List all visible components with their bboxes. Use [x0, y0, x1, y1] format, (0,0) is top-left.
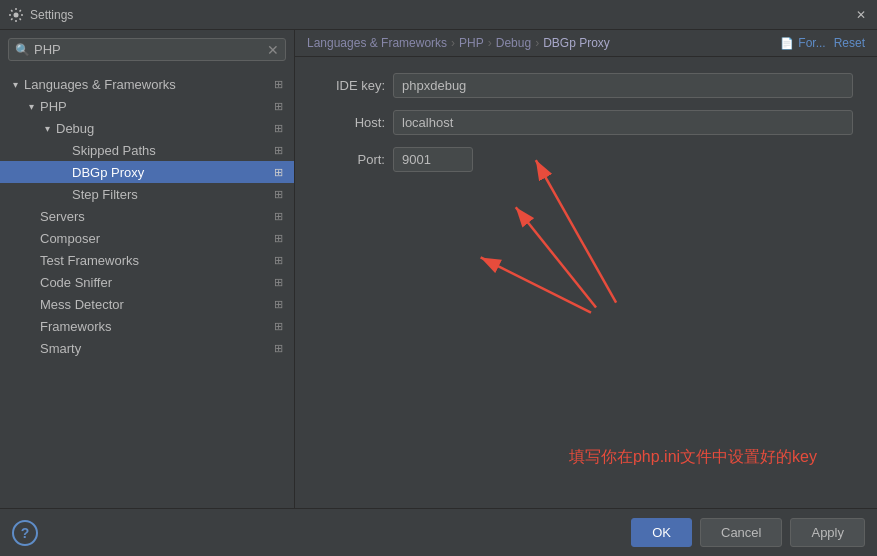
breadcrumb-for[interactable]: For...: [798, 36, 825, 50]
breadcrumb-part-1: Languages & Frameworks: [307, 36, 447, 50]
tree-label: PHP: [40, 99, 270, 114]
ide-key-input[interactable]: [393, 73, 853, 98]
bottom-bar: ? OK Cancel Apply: [0, 508, 877, 556]
tree-arrow: [24, 99, 38, 113]
right-panel: Languages & Frameworks › PHP › Debug › D…: [295, 30, 877, 508]
tree-item-code-sniffer[interactable]: Code Sniffer ⊞: [0, 271, 294, 293]
tree-item-composer[interactable]: Composer ⊞: [0, 227, 294, 249]
port-label: Port:: [315, 152, 385, 167]
svg-line-1: [536, 160, 616, 302]
tree-arrow: [8, 77, 22, 91]
tree-item-test-frameworks[interactable]: Test Frameworks ⊞: [0, 249, 294, 271]
tree-label: Debug: [56, 121, 270, 136]
breadcrumb: Languages & Frameworks › PHP › Debug › D…: [295, 30, 877, 57]
ide-key-label: IDE key:: [315, 78, 385, 93]
annotation: 填写你在php.ini文件中设置好的key: [569, 447, 817, 468]
sidebar: 🔍 ✕ Languages & Frameworks ⊞ PHP ⊞ Debug: [0, 30, 295, 508]
tree-label: Skipped Paths: [72, 143, 270, 158]
tree-label: Composer: [40, 231, 270, 246]
breadcrumb-sep-2: ›: [488, 36, 492, 50]
annotation-text: 填写你在php.ini文件中设置好的key: [569, 447, 817, 468]
host-label: Host:: [315, 115, 385, 130]
svg-line-3: [481, 257, 591, 312]
tree-settings-icon: ⊞: [270, 296, 286, 312]
settings-icon: [8, 7, 24, 23]
tree-item-skipped-paths[interactable]: Skipped Paths ⊞: [0, 139, 294, 161]
tree-settings-icon: ⊞: [270, 98, 286, 114]
tree-label: Code Sniffer: [40, 275, 270, 290]
tree-item-languages-frameworks[interactable]: Languages & Frameworks ⊞: [0, 73, 294, 95]
tree-label: Languages & Frameworks: [24, 77, 270, 92]
tree-settings-icon: ⊞: [270, 274, 286, 290]
tree-container: Languages & Frameworks ⊞ PHP ⊞ Debug ⊞ S…: [0, 69, 294, 508]
tree-label: DBGp Proxy: [72, 165, 270, 180]
search-icon: 🔍: [15, 43, 30, 57]
tree-item-mess-detector[interactable]: Mess Detector ⊞: [0, 293, 294, 315]
search-bar: 🔍 ✕: [0, 30, 294, 69]
port-input[interactable]: [393, 147, 473, 172]
cancel-button[interactable]: Cancel: [700, 518, 782, 547]
close-button[interactable]: ✕: [853, 7, 869, 23]
tree-settings-icon: ⊞: [270, 230, 286, 246]
search-clear-icon[interactable]: ✕: [267, 43, 279, 57]
tree-label: Mess Detector: [40, 297, 270, 312]
tree-item-step-filters[interactable]: Step Filters ⊞: [0, 183, 294, 205]
port-row: Port:: [315, 147, 857, 172]
tree-settings-icon: ⊞: [270, 340, 286, 356]
tree-item-smarty[interactable]: Smarty ⊞: [0, 337, 294, 359]
window-controls: ✕: [853, 7, 869, 23]
tree-label: Frameworks: [40, 319, 270, 334]
search-input[interactable]: [34, 42, 263, 57]
breadcrumb-part-2: PHP: [459, 36, 484, 50]
ok-button[interactable]: OK: [631, 518, 692, 547]
tree-settings-icon: ⊞: [270, 142, 286, 158]
svg-point-0: [14, 12, 19, 17]
tree-settings-icon: ⊞: [270, 252, 286, 268]
tree-item-frameworks[interactable]: Frameworks ⊞: [0, 315, 294, 337]
search-wrapper[interactable]: 🔍 ✕: [8, 38, 286, 61]
breadcrumb-sep-3: ›: [535, 36, 539, 50]
apply-button[interactable]: Apply: [790, 518, 865, 547]
breadcrumb-file-icon: 📄: [780, 37, 794, 50]
tree-item-servers[interactable]: Servers ⊞: [0, 205, 294, 227]
breadcrumb-part-3: Debug: [496, 36, 531, 50]
tree-item-debug[interactable]: Debug ⊞: [0, 117, 294, 139]
breadcrumb-sep-1: ›: [451, 36, 455, 50]
tree-label: Servers: [40, 209, 270, 224]
breadcrumb-part-4: DBGp Proxy: [543, 36, 610, 50]
host-row: Host:: [315, 110, 857, 135]
tree-settings-icon: ⊞: [270, 76, 286, 92]
tree-item-dbgp-proxy[interactable]: DBGp Proxy ⊞: [0, 161, 294, 183]
tree-settings-icon: ⊞: [270, 164, 286, 180]
tree-settings-icon: ⊞: [270, 186, 286, 202]
ide-key-row: IDE key:: [315, 73, 857, 98]
settings-form: IDE key: Host: Port:: [295, 57, 877, 508]
tree-label: Test Frameworks: [40, 253, 270, 268]
tree-label: Smarty: [40, 341, 270, 356]
tree-arrow: [40, 121, 54, 135]
host-input[interactable]: [393, 110, 853, 135]
tree-item-php[interactable]: PHP ⊞: [0, 95, 294, 117]
bottom-buttons: OK Cancel Apply: [631, 518, 865, 547]
help-button[interactable]: ?: [12, 520, 38, 546]
tree-label: Step Filters: [72, 187, 270, 202]
window-title: Settings: [30, 8, 853, 22]
main-content: 🔍 ✕ Languages & Frameworks ⊞ PHP ⊞ Debug: [0, 30, 877, 508]
tree-settings-icon: ⊞: [270, 120, 286, 136]
tree-settings-icon: ⊞: [270, 208, 286, 224]
svg-line-2: [516, 207, 596, 307]
breadcrumb-reset[interactable]: Reset: [834, 36, 865, 50]
tree-settings-icon: ⊞: [270, 318, 286, 334]
title-bar: Settings ✕: [0, 0, 877, 30]
